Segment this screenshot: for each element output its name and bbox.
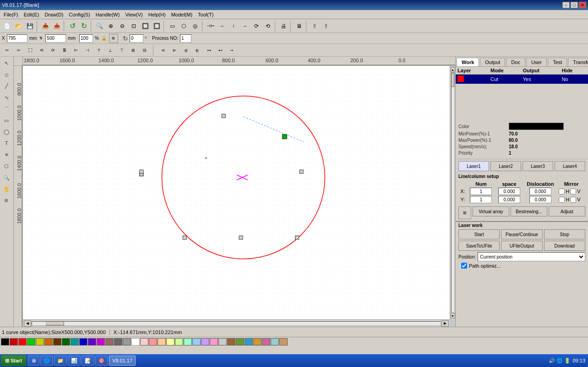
laser3-button[interactable]: Laser3 xyxy=(523,161,553,171)
taskbar-app5[interactable]: 📝 xyxy=(82,356,94,366)
align-tool4[interactable]: ⊵ xyxy=(192,45,203,56)
zoom-all[interactable]: 🔲 xyxy=(140,21,151,32)
menu-view[interactable]: View(V) xyxy=(122,11,145,18)
polygon-tool[interactable]: ⬡ xyxy=(1,161,12,172)
download-button[interactable]: Download xyxy=(544,241,585,251)
tab-user[interactable]: User xyxy=(526,58,547,66)
save-to-ufile-button[interactable]: SaveToUFile xyxy=(458,241,500,251)
maximize-button[interactable]: □ xyxy=(571,2,578,8)
adjust-button[interactable]: Adjust xyxy=(549,206,585,216)
menu-draw[interactable]: Draw(D) xyxy=(42,11,66,18)
color-orange-dark[interactable] xyxy=(44,338,53,345)
position-select[interactable]: Current position xyxy=(478,252,585,261)
lc-x-disloc-input[interactable] xyxy=(529,188,551,195)
grid-snap[interactable]: ⊞ xyxy=(1,195,12,206)
close-button[interactable]: ✕ xyxy=(579,2,586,8)
star-tool[interactable]: ✳ xyxy=(1,149,12,160)
taskbar-active-app[interactable]: V8.01.17 xyxy=(109,356,136,366)
tab-test[interactable]: Test xyxy=(548,58,567,66)
color-lime[interactable] xyxy=(175,338,183,345)
x-input[interactable] xyxy=(7,34,27,43)
scrollbar-h-thumb[interactable] xyxy=(46,322,64,325)
color-darkred[interactable] xyxy=(10,338,18,345)
color-green[interactable] xyxy=(27,338,35,345)
dots-button1[interactable]: ⣿ xyxy=(309,21,320,32)
lc-y-space-input[interactable] xyxy=(498,196,520,203)
node-edit[interactable]: ◇ xyxy=(1,69,12,80)
hand-tool[interactable]: ✋ xyxy=(1,184,12,194)
scrollbar-v-track[interactable] xyxy=(451,73,455,313)
color-rose[interactable] xyxy=(105,338,114,345)
menu-edit[interactable]: Edit(E) xyxy=(21,11,42,18)
drawing-canvas[interactable]: + xyxy=(23,66,455,319)
zoom-tool[interactable]: 🔍 xyxy=(1,172,12,183)
text-tool[interactable]: T xyxy=(1,138,12,149)
scroll-down-btn[interactable]: ▼ xyxy=(451,313,455,318)
color-sage[interactable] xyxy=(271,338,279,345)
color-white[interactable] xyxy=(131,338,140,345)
lock-button[interactable]: 🔒 xyxy=(101,36,107,41)
scroll-right-btn[interactable]: ▶ xyxy=(441,320,449,327)
zoom-out[interactable]: ⊖ xyxy=(117,21,128,32)
rotate-icon[interactable]: ↻ xyxy=(123,35,128,42)
menu-handle[interactable]: Handle(W) xyxy=(93,11,123,18)
export-button[interactable]: 📤 xyxy=(51,21,62,32)
node-tool3[interactable]: T xyxy=(93,45,104,56)
open-button[interactable]: 📂 xyxy=(13,21,24,32)
color-blue[interactable] xyxy=(79,338,87,345)
pause-button[interactable]: Pause/Continue xyxy=(501,229,542,239)
color-purple[interactable] xyxy=(88,338,96,345)
ufile-output-button[interactable]: UFileOutput xyxy=(501,241,542,251)
select-node[interactable]: ⬡ xyxy=(178,21,189,32)
save-button[interactable]: 💾 xyxy=(24,21,35,32)
link-icon[interactable]: ⇅ xyxy=(39,36,43,40)
line-tool[interactable]: ╱ xyxy=(1,81,12,92)
mirror-v[interactable]: ↔ xyxy=(240,21,250,32)
color-gray-mid[interactable] xyxy=(114,338,122,345)
taskbar-app6[interactable]: 🎯 xyxy=(95,356,108,366)
cut-tool2[interactable]: ✂ xyxy=(13,45,24,56)
stop-button[interactable]: Stop xyxy=(544,229,585,239)
node-tool4[interactable]: ⊥ xyxy=(105,45,116,56)
undo-button[interactable]: ↺ xyxy=(67,21,78,32)
color-mint[interactable] xyxy=(184,338,192,345)
taskbar-app4[interactable]: 📊 xyxy=(68,356,81,366)
menu-config[interactable]: Config(S) xyxy=(66,11,93,18)
color-gold[interactable] xyxy=(253,338,261,345)
w-input[interactable] xyxy=(45,34,66,43)
cut-tool5[interactable]: ⟳ xyxy=(48,45,59,56)
lc-x-v-check[interactable] xyxy=(570,189,576,194)
layer-row[interactable]: Cut Yes No xyxy=(456,75,588,84)
rotate-cw[interactable]: ⟳ xyxy=(251,21,262,32)
menu-help[interactable]: Help(H) xyxy=(146,11,169,18)
color-lavender[interactable] xyxy=(201,338,209,345)
color-yellow-dark[interactable] xyxy=(36,338,44,345)
cut-tool6[interactable]: ≣ xyxy=(59,45,70,56)
minimize-button[interactable]: − xyxy=(562,2,570,8)
scroll-up-btn[interactable]: ▲ xyxy=(451,67,455,72)
color-khaki[interactable] xyxy=(279,338,288,345)
color-pink-light[interactable] xyxy=(140,338,148,345)
align-tool2[interactable]: ⊳ xyxy=(169,45,180,56)
cut-tool3[interactable]: ⛶ xyxy=(25,45,36,56)
zoom-fit[interactable]: ⊡ xyxy=(128,21,139,32)
node-tool5[interactable]: ⊤ xyxy=(116,45,127,56)
bezier-tool[interactable]: ∿ xyxy=(1,92,12,103)
zoom-in[interactable]: ⊕ xyxy=(105,21,116,32)
lc-x-h-check[interactable] xyxy=(559,189,565,194)
color-pink-mid[interactable] xyxy=(262,338,270,345)
tab-work[interactable]: Work xyxy=(457,58,479,66)
horizontal-scrollbar[interactable]: ◀ ▶ xyxy=(23,319,450,327)
monitor-button[interactable]: 🖥 xyxy=(294,21,305,32)
node-tool2[interactable]: ⊣ xyxy=(82,45,93,56)
lc-y-num-input[interactable] xyxy=(470,196,492,203)
tab-transform[interactable]: Transform xyxy=(568,58,588,66)
rotate-ccw[interactable]: ⟲ xyxy=(262,21,273,32)
align-left[interactable]: ⊣⊢ xyxy=(205,21,216,32)
array-icon-btn[interactable]: ⊞ xyxy=(458,206,471,219)
start-button[interactable]: Start xyxy=(458,229,500,239)
color-swatch-large[interactable] xyxy=(509,123,564,130)
process-input[interactable] xyxy=(180,34,191,43)
menu-tool[interactable]: Tool(T) xyxy=(195,11,216,18)
color-pink[interactable] xyxy=(149,338,157,345)
